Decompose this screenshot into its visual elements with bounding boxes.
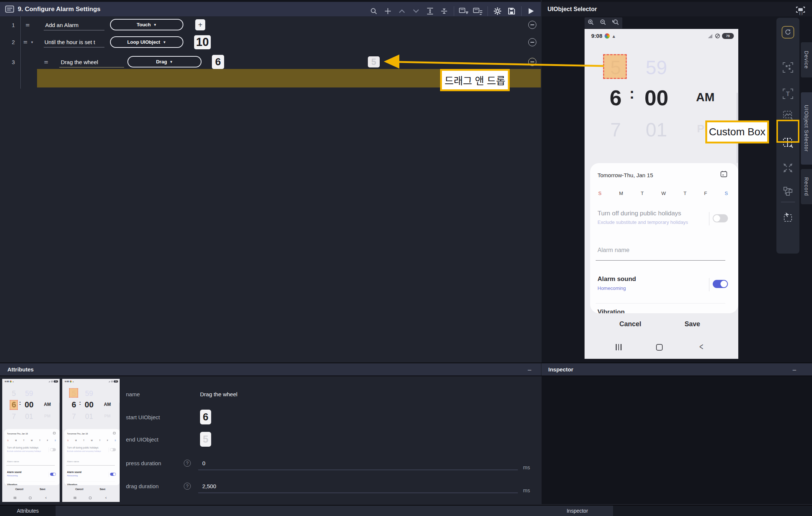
tab-device[interactable]: Device bbox=[801, 42, 812, 77]
wheel-meridiem[interactable]: AM bbox=[41, 402, 53, 407]
save-button[interactable]: Save bbox=[40, 488, 46, 491]
alarm-name-field[interactable]: Alarm name bbox=[7, 460, 19, 463]
settings-gear-icon[interactable] bbox=[493, 7, 502, 16]
wheel-minute[interactable]: 00 bbox=[24, 400, 34, 409]
action-dropdown[interactable]: Loop UIObject▼ bbox=[110, 36, 183, 48]
drag-duration-input[interactable]: 2,500 bbox=[202, 483, 216, 489]
expand-all-icon[interactable] bbox=[426, 7, 435, 16]
image-select-icon[interactable] bbox=[782, 109, 794, 121]
wheel-minute[interactable]: 00 bbox=[84, 400, 94, 409]
add-uiobject-chip[interactable]: + bbox=[195, 19, 205, 30]
lasso-select-icon[interactable] bbox=[782, 211, 794, 223]
remove-step-icon[interactable] bbox=[528, 58, 536, 66]
wheel-prev-minute[interactable]: 59 bbox=[84, 389, 94, 397]
wheel-next-hour[interactable]: 7 bbox=[602, 119, 629, 141]
inspector-header[interactable]: Inspector _ bbox=[542, 363, 812, 376]
tab-uiobject-selector[interactable]: UIObject Selector bbox=[801, 92, 812, 165]
recents-icon[interactable] bbox=[616, 344, 622, 350]
weekday-mon[interactable]: M bbox=[75, 439, 77, 441]
wheel-next-hour[interactable]: 7 bbox=[9, 413, 19, 421]
alarm-sound-label[interactable]: Alarm sound bbox=[7, 471, 21, 474]
attributes-header[interactable]: Attributes _ bbox=[0, 363, 541, 376]
press-duration-input[interactable]: 0 bbox=[202, 460, 205, 466]
home-icon[interactable] bbox=[656, 344, 663, 351]
calendar-icon[interactable] bbox=[721, 171, 727, 177]
minimize-icon[interactable]: _ bbox=[793, 364, 796, 371]
step-name-field[interactable]: Until the hour is set t bbox=[44, 39, 95, 45]
alarm-name-field[interactable]: Alarm name bbox=[598, 247, 629, 254]
action-dropdown[interactable]: Drag▼ bbox=[127, 56, 202, 67]
alarm-sound-label[interactable]: Alarm sound bbox=[67, 471, 81, 474]
loop-count-chip[interactable]: 10 bbox=[194, 35, 211, 49]
weekday-wed[interactable]: W bbox=[31, 439, 33, 441]
help-icon[interactable]: ? bbox=[184, 483, 191, 490]
calendar-icon[interactable] bbox=[53, 432, 56, 434]
run-play-icon[interactable] bbox=[527, 7, 536, 16]
wheel-next-minute[interactable]: 01 bbox=[84, 413, 94, 421]
device-screen[interactable]: 9:08▲ 79 5 59 6 : 00 AM 7 01 PM Tomorrow… bbox=[585, 29, 738, 359]
wheel-hour[interactable]: 6 bbox=[69, 400, 79, 409]
save-icon[interactable] bbox=[507, 7, 516, 16]
back-icon[interactable]: < bbox=[699, 342, 703, 353]
wheel-next-hour[interactable]: 7 bbox=[69, 413, 79, 421]
home-icon[interactable] bbox=[29, 497, 31, 499]
add-step-icon[interactable] bbox=[383, 7, 392, 16]
end-uiobject-chip[interactable]: 5 bbox=[368, 56, 380, 67]
alarm-date[interactable]: Tomorrow-Thu, Jan 15 bbox=[598, 172, 653, 178]
tab-record[interactable]: Record bbox=[801, 169, 812, 204]
step-name-field[interactable]: Add an Alarm bbox=[45, 22, 79, 28]
weekday-sun[interactable]: S bbox=[67, 439, 69, 441]
alarm-sound-value[interactable]: Homecoming bbox=[598, 285, 626, 291]
tab-inspector[interactable]: Inspector bbox=[542, 506, 613, 516]
alarm-sound-toggle[interactable] bbox=[50, 473, 56, 476]
weekday-wed[interactable]: W bbox=[661, 191, 666, 196]
wheel-meridiem[interactable]: AM bbox=[102, 402, 113, 407]
start-uiobject-chip[interactable]: 6 bbox=[212, 55, 224, 69]
remove-step-icon[interactable] bbox=[528, 21, 536, 29]
action-dropdown[interactable]: Touch▼ bbox=[110, 19, 183, 30]
alarm-name-field[interactable]: Alarm name bbox=[67, 460, 79, 463]
zoom-reset-icon[interactable] bbox=[612, 19, 619, 27]
expand-screen-icon[interactable] bbox=[782, 162, 794, 174]
drag-handle-icon[interactable]: = bbox=[44, 59, 48, 65]
cancel-button[interactable]: Cancel bbox=[619, 320, 641, 328]
search-icon[interactable] bbox=[369, 7, 378, 16]
weekday-thu[interactable]: T bbox=[39, 439, 40, 441]
weekday-mon[interactable]: M bbox=[619, 191, 623, 196]
alarm-sound-value[interactable]: Homecoming bbox=[67, 475, 78, 477]
weekday-tue[interactable]: T bbox=[83, 439, 84, 441]
zoom-out-icon[interactable] bbox=[600, 19, 606, 27]
weekday-thu[interactable]: T bbox=[99, 439, 100, 441]
weekday-tue[interactable]: T bbox=[641, 191, 644, 196]
holiday-toggle[interactable] bbox=[110, 448, 116, 451]
screenshot-refresh-icon[interactable]: (·) bbox=[796, 6, 805, 16]
weekday-mon[interactable]: M bbox=[15, 439, 17, 441]
panel-list-icon[interactable] bbox=[473, 7, 482, 16]
wheel-next-minute[interactable]: 01 bbox=[642, 119, 670, 141]
holiday-toggle[interactable] bbox=[713, 214, 728, 222]
wheel-next-minute[interactable]: 01 bbox=[24, 413, 34, 421]
wheel-next-meridiem[interactable]: PM bbox=[41, 414, 53, 419]
start-uiobject-chip[interactable]: 6 bbox=[200, 410, 211, 424]
step-row-3[interactable]: 3 = Drag the wheel Drag▼ 6 5 bbox=[0, 53, 541, 71]
minimize-icon[interactable]: _ bbox=[528, 364, 531, 371]
device-refresh-icon[interactable] bbox=[782, 26, 794, 39]
end-uiobject-chip[interactable]: 5 bbox=[200, 432, 211, 447]
step-name-field[interactable]: Drag the wheel bbox=[61, 59, 98, 65]
wheel-hour[interactable]: 6 bbox=[602, 85, 629, 110]
text-select-icon[interactable]: T bbox=[782, 87, 794, 100]
wheel-prev-hour[interactable]: 5 bbox=[9, 389, 19, 397]
name-value[interactable]: Drag the wheel bbox=[200, 391, 237, 397]
recents-icon[interactable] bbox=[74, 497, 76, 499]
hierarchy-icon[interactable] bbox=[782, 185, 794, 197]
weekday-fri[interactable]: F bbox=[704, 191, 707, 196]
home-icon[interactable] bbox=[89, 497, 91, 499]
save-button[interactable]: Save bbox=[685, 320, 700, 328]
weekday-fri[interactable]: F bbox=[107, 439, 108, 441]
save-button[interactable]: Save bbox=[100, 488, 106, 491]
remove-step-icon[interactable] bbox=[528, 38, 536, 46]
zoom-in-icon[interactable] bbox=[588, 19, 594, 27]
panel-run-icon[interactable] bbox=[459, 7, 468, 16]
alarm-sound-toggle[interactable] bbox=[713, 280, 728, 288]
recents-icon[interactable] bbox=[14, 497, 16, 499]
